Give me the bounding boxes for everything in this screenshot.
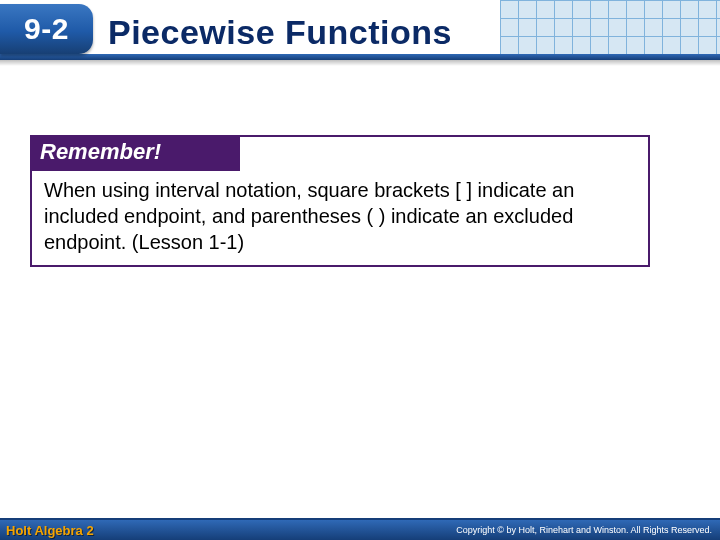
slide-header: 9-2 Piecewise Functions <box>0 0 720 72</box>
callout-body: When using interval notation, square bra… <box>32 171 648 265</box>
footer-book-name: Holt Algebra 2 <box>6 523 94 538</box>
callout-label: Remember! <box>30 135 240 171</box>
header-shadow <box>0 60 720 66</box>
copyright-text: Copyright © by Holt, Rinehart and Winsto… <box>456 525 712 535</box>
title-bar: Piecewise Functions <box>0 8 720 56</box>
slide-footer: Holt Algebra 2 Copyright © by Holt, Rine… <box>0 518 720 540</box>
section-number: 9-2 <box>24 12 69 46</box>
footer-copyright: Copyright © by Holt, Rinehart and Winsto… <box>456 525 712 535</box>
slide-title: Piecewise Functions <box>108 13 452 52</box>
header-underline <box>0 54 720 60</box>
section-number-badge: 9-2 <box>0 4 93 54</box>
remember-callout: Remember! When using interval notation, … <box>30 135 650 267</box>
